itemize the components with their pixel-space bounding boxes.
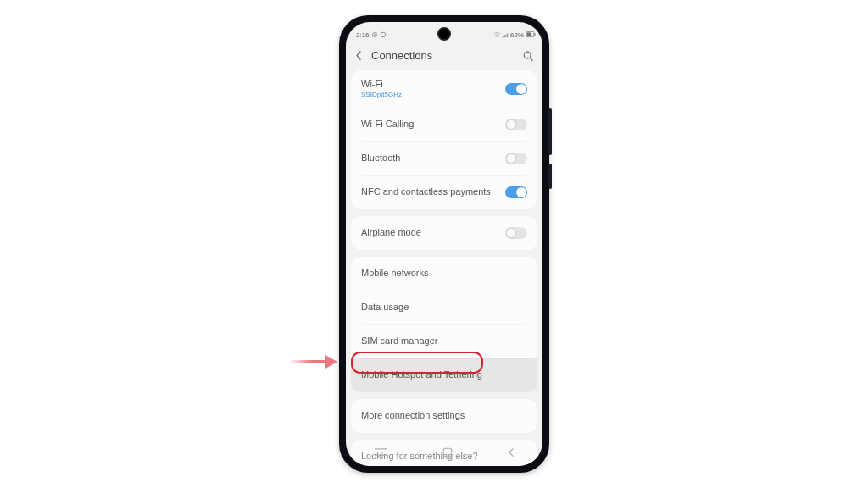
row-label: More connection settings <box>361 410 527 421</box>
row-label: NFC and contactless payments <box>361 186 505 197</box>
toggle-bluetooth[interactable] <box>505 152 527 164</box>
svg-rect-6 <box>534 33 535 36</box>
svg-line-8 <box>530 58 532 60</box>
row-label: SIM card manager <box>361 336 527 347</box>
svg-point-3 <box>497 36 498 38</box>
settings-row-wifi[interactable]: Wi-FiSSIDptt5GHz <box>351 70 537 108</box>
svg-rect-5 <box>526 32 531 36</box>
settings-row-airplane[interactable]: Airplane mode <box>351 216 537 250</box>
row-label-text: Mobile Hotspot and Tethering <box>361 369 527 380</box>
phone-frame: 2:16 62% <box>339 15 549 473</box>
row-label-text: More connection settings <box>361 410 527 421</box>
status-icon <box>371 31 378 38</box>
svg-point-2 <box>381 32 386 37</box>
svg-rect-12 <box>443 448 451 456</box>
settings-content: Wi-FiSSIDptt5GHzWi-Fi CallingBluetoothNF… <box>346 70 542 466</box>
settings-row-more[interactable]: More connection settings <box>351 399 537 433</box>
search-button[interactable] <box>522 50 534 62</box>
nav-home[interactable] <box>442 447 453 460</box>
row-label: Data usage <box>361 302 527 313</box>
signal-icon <box>502 31 509 38</box>
navigation-bar <box>346 444 542 463</box>
page-title: Connections <box>371 49 515 62</box>
settings-row-bluetooth[interactable]: Bluetooth <box>351 141 537 175</box>
row-label-text: Wi-Fi <box>361 79 505 90</box>
status-icon <box>380 31 387 38</box>
toggle-airplane[interactable] <box>505 227 527 239</box>
header-bar: Connections <box>346 44 542 70</box>
row-label-text: Wi-Fi Calling <box>361 119 505 130</box>
row-label: Mobile Hotspot and Tethering <box>361 369 527 380</box>
settings-row-nfc[interactable]: NFC and contactless payments <box>351 175 537 209</box>
row-label: Mobile networks <box>361 268 527 279</box>
row-label-text: Data usage <box>361 302 527 313</box>
row-label: Wi-Fi Calling <box>361 119 505 130</box>
row-label-text: Mobile networks <box>361 268 527 279</box>
settings-group: Airplane mode <box>351 216 537 250</box>
toggle-knob <box>516 84 526 94</box>
nav-recent[interactable] <box>374 447 387 459</box>
nav-back[interactable] <box>508 447 515 460</box>
battery-icon <box>526 31 532 38</box>
toggle-knob <box>506 153 516 164</box>
settings-group: Mobile networksData usageSIM card manage… <box>351 257 537 392</box>
row-label: Airplane mode <box>361 227 505 238</box>
toggle-wifi-calling[interactable] <box>505 119 527 130</box>
volume-button <box>548 108 552 155</box>
toggle-knob <box>516 187 526 197</box>
row-label-text: NFC and contactless payments <box>361 186 505 197</box>
row-label-text: Bluetooth <box>361 152 505 164</box>
wifi-icon <box>493 31 500 38</box>
toggle-knob <box>506 228 516 238</box>
row-label: Bluetooth <box>361 152 505 164</box>
settings-group: Wi-FiSSIDptt5GHzWi-Fi CallingBluetoothNF… <box>351 70 537 209</box>
row-label-text: Airplane mode <box>361 227 505 238</box>
battery-text: 62% <box>510 31 524 39</box>
power-button <box>548 164 552 189</box>
status-time: 2:16 <box>356 31 370 39</box>
back-button[interactable] <box>353 50 364 62</box>
camera-notch <box>437 27 451 41</box>
settings-row-hotspot[interactable]: Mobile Hotspot and Tethering <box>351 358 537 392</box>
row-sublabel: SSIDptt5GHz <box>361 91 505 99</box>
settings-row-mobile-networks[interactable]: Mobile networks <box>351 257 537 291</box>
settings-row-wifi-calling[interactable]: Wi-Fi Calling <box>351 108 537 141</box>
row-label: Wi-FiSSIDptt5GHz <box>361 79 505 99</box>
toggle-knob <box>506 119 516 130</box>
toggle-wifi[interactable] <box>505 83 527 95</box>
row-label-text: SIM card manager <box>361 336 527 347</box>
settings-row-sim-card[interactable]: SIM card manager <box>351 324 537 358</box>
settings-group: More connection settings <box>351 399 537 433</box>
settings-row-data-usage[interactable]: Data usage <box>351 291 537 324</box>
toggle-nfc[interactable] <box>505 186 527 198</box>
annotation-arrow <box>288 354 337 369</box>
phone-screen: 2:16 62% <box>346 22 542 466</box>
